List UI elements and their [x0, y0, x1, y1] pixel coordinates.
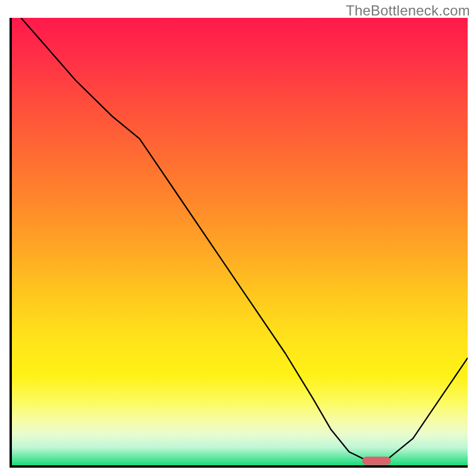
- watermark-text: TheBottleneck.com: [346, 2, 470, 19]
- plot-area: [10, 18, 468, 468]
- chart-stage: TheBottleneck.com: [0, 0, 476, 476]
- gradient-background: [12, 18, 468, 465]
